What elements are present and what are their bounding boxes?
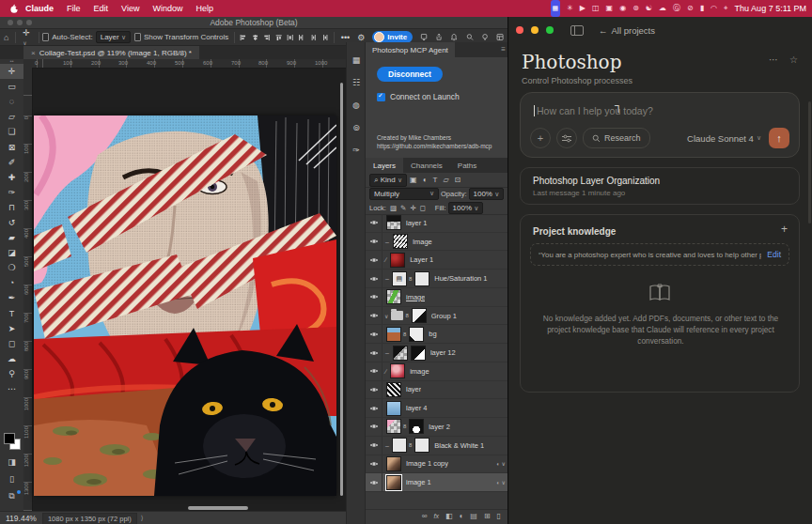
menu-view[interactable]: View bbox=[121, 4, 139, 13]
layer-thumbnail[interactable] bbox=[386, 419, 401, 434]
status-icon-2[interactable]: ▶ bbox=[580, 0, 586, 17]
rectangular-marquee-tool-icon[interactable]: ▭ bbox=[0, 79, 23, 94]
fill-value[interactable]: 100% ∨ bbox=[448, 202, 484, 214]
share-icon[interactable] bbox=[435, 32, 443, 42]
layer-thumbnail[interactable] bbox=[386, 456, 401, 471]
send-button[interactable]: ↑ bbox=[769, 128, 789, 148]
add-mask-icon[interactable]: ◧ bbox=[445, 512, 453, 520]
visibility-eye-icon[interactable] bbox=[366, 344, 383, 362]
search-status-icon[interactable]: ⌖ bbox=[724, 0, 728, 17]
blend-mode-dropdown[interactable]: Multiply ∨ bbox=[369, 188, 439, 200]
menu-file[interactable]: File bbox=[67, 4, 81, 13]
project-star-icon[interactable]: ☆ bbox=[789, 54, 798, 65]
align-left-icon[interactable] bbox=[240, 33, 246, 42]
auto-select-checkbox[interactable] bbox=[42, 33, 49, 41]
layer-thumbnail[interactable] bbox=[386, 215, 401, 230]
screen-mode-icon[interactable]: ▯ bbox=[0, 474, 23, 484]
layer-thumbnail[interactable] bbox=[390, 363, 405, 378]
frame-tool-icon[interactable]: ⊠ bbox=[0, 139, 23, 154]
search-icon[interactable] bbox=[466, 32, 474, 42]
wifi-status-icon[interactable]: ◠ bbox=[710, 0, 717, 17]
tab-channels[interactable]: Channels bbox=[403, 158, 450, 173]
connect-on-launch-checkbox[interactable] bbox=[377, 93, 385, 101]
dodge-tool-icon[interactable]: ◔ bbox=[0, 275, 23, 290]
comments-panel-icon[interactable]: ◍ bbox=[347, 100, 366, 110]
lock-pixels-icon[interactable]: ✎ bbox=[400, 204, 406, 212]
adjustment-layer-icon[interactable] bbox=[392, 438, 407, 453]
canvas-horizontal-scrollbar[interactable] bbox=[188, 506, 248, 510]
group-expand-chevron-icon[interactable]: ∨ bbox=[384, 313, 388, 319]
visibility-eye-icon[interactable] bbox=[366, 399, 383, 417]
layer-thumbnail[interactable] bbox=[386, 401, 401, 416]
tab-layers[interactable]: Layers bbox=[366, 158, 403, 173]
panel-icon-3[interactable]: ⊚ bbox=[347, 123, 366, 132]
visibility-eye-icon[interactable] bbox=[366, 455, 383, 473]
pen-tool-icon[interactable]: ✒ bbox=[0, 290, 23, 305]
move-tool-icon[interactable]: ✛ bbox=[0, 64, 23, 79]
filter-shape-icon[interactable]: ▱ bbox=[443, 176, 448, 184]
layer-thumbnail[interactable] bbox=[393, 346, 408, 361]
lock-transparent-icon[interactable]: ▨ bbox=[390, 204, 397, 212]
layer-thumbnail[interactable] bbox=[386, 327, 401, 342]
visibility-eye-icon[interactable] bbox=[366, 307, 383, 325]
hand-tool-icon[interactable]: ☁ bbox=[0, 351, 23, 366]
layer-mask-thumbnail[interactable] bbox=[411, 346, 426, 361]
layer-thumbnail[interactable] bbox=[386, 475, 401, 490]
smart-filter-toggle-icon[interactable]: ◐ ∨ bbox=[496, 460, 506, 467]
instructions-snippet[interactable]: “You are a photoshop expert who is creat… bbox=[530, 243, 789, 266]
new-layer-icon[interactable]: ⊞ bbox=[484, 512, 491, 520]
visibility-eye-icon[interactable] bbox=[366, 437, 383, 455]
layer-row[interactable]: 8 layer 2 bbox=[366, 418, 508, 437]
status-icon-6[interactable]: ⊛ bbox=[632, 0, 639, 17]
smart-filter-toggle-icon[interactable]: ◐ ∨ bbox=[496, 479, 506, 485]
composer-placeholder[interactable]: How can I help you today? bbox=[537, 105, 653, 116]
menu-window[interactable]: Window bbox=[152, 4, 182, 13]
project-more-icon[interactable]: ⋯ bbox=[769, 54, 778, 65]
distribute-right-icon[interactable] bbox=[321, 33, 328, 42]
cloud-status-icon[interactable]: ☁ bbox=[659, 0, 666, 17]
lasso-tool-icon[interactable]: ◌ bbox=[0, 94, 23, 109]
home-icon[interactable]: ⌂ bbox=[4, 33, 8, 42]
status-icon-3[interactable]: ◫ bbox=[592, 0, 600, 17]
brush-tool-icon[interactable]: ✑ bbox=[0, 185, 23, 200]
add-adjustment-icon[interactable]: ◐ bbox=[459, 512, 463, 520]
layer-thumbnail[interactable] bbox=[386, 382, 401, 397]
opacity-value[interactable]: 100% ∨ bbox=[469, 188, 505, 200]
add-knowledge-button[interactable]: + bbox=[781, 223, 788, 236]
object-selection-tool-icon[interactable]: ▱ bbox=[0, 109, 23, 124]
visibility-eye-icon[interactable] bbox=[366, 288, 383, 306]
status-icon-7[interactable]: ☯ bbox=[646, 0, 652, 17]
layer-row[interactable]: – ▤ 8 Hue/Saturation 1 bbox=[366, 270, 508, 288]
edit-instructions-link[interactable]: Edit bbox=[767, 250, 781, 259]
status-icon-4[interactable]: ▣ bbox=[606, 0, 614, 17]
visibility-eye-icon[interactable] bbox=[366, 233, 383, 251]
layer-row[interactable]: ∨ 8 Group 1 bbox=[366, 307, 508, 326]
layer-thumbnail[interactable] bbox=[386, 289, 401, 304]
filter-smart-object-icon[interactable]: ⊡ bbox=[455, 176, 461, 184]
lock-all-icon[interactable]: ◻ bbox=[420, 204, 426, 212]
more-options-icon[interactable]: ••• bbox=[341, 33, 350, 42]
layer-mask-thumbnail[interactable] bbox=[412, 308, 427, 323]
menu-edit[interactable]: Edit bbox=[94, 4, 109, 13]
type-tool-icon[interactable]: T bbox=[0, 306, 23, 321]
distribute-horizontal-icon[interactable] bbox=[287, 33, 293, 42]
quick-mask-icon[interactable]: ◨ bbox=[0, 457, 23, 467]
layer-row[interactable]: layer bbox=[366, 381, 508, 400]
eyedropper-tool-icon[interactable]: ✐ bbox=[0, 155, 23, 170]
distribute-left-icon[interactable] bbox=[298, 33, 304, 42]
layer-row[interactable]: – 8 Black & White 1 bbox=[366, 437, 508, 455]
layer-row-selected[interactable]: image 1 ◐ ∨ bbox=[366, 473, 508, 492]
chat-composer[interactable]: How can I help you today? Ꞁ + Research C… bbox=[520, 92, 800, 158]
zoom-traffic-light[interactable] bbox=[546, 26, 554, 34]
status-icon-8[interactable]: Ⓖ bbox=[673, 0, 680, 17]
layer-style-fx-icon[interactable]: fx bbox=[433, 513, 438, 519]
visibility-eye-icon[interactable] bbox=[366, 418, 383, 436]
mcp-panel-tab[interactable]: Photoshop MCP Agent bbox=[366, 42, 455, 57]
visibility-eye-icon[interactable] bbox=[366, 251, 383, 269]
visibility-eye-icon[interactable] bbox=[366, 270, 383, 287]
canvas-vertical-scrollbar[interactable] bbox=[340, 83, 343, 496]
input-source-status-icon[interactable]: ▦ bbox=[551, 0, 561, 17]
gradient-tool-icon[interactable]: ◪ bbox=[0, 245, 23, 260]
menubar-clock[interactable]: Thu Aug 7 5:11 PM bbox=[735, 4, 806, 13]
layer-row[interactable]: Image 1 copy ◐ ∨ bbox=[366, 455, 508, 474]
